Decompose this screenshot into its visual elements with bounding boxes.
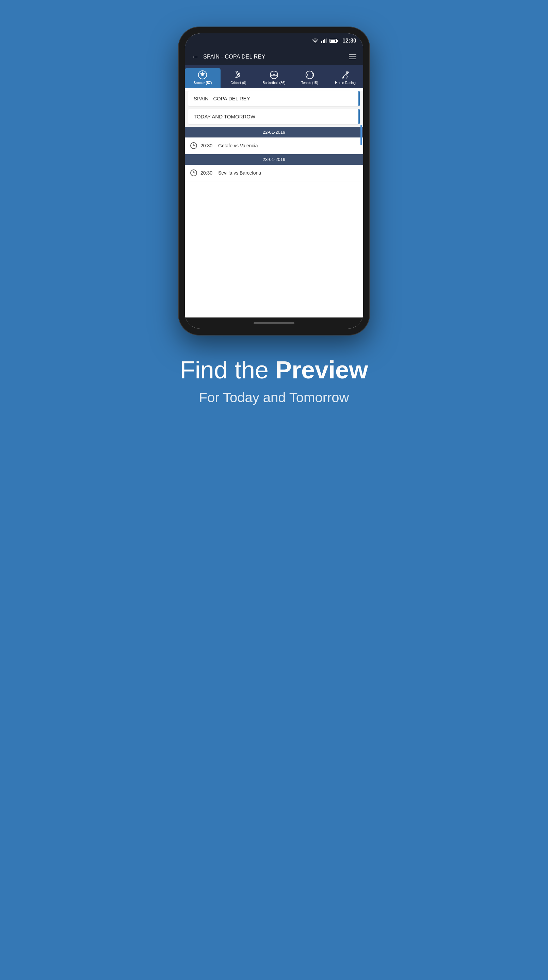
svg-rect-3 bbox=[326, 38, 327, 43]
filter-league-text: SPAIN - COPA DEL REY bbox=[194, 95, 250, 102]
bottom-promo: Find the Preview For Today and Tomorrow bbox=[153, 355, 395, 405]
promo-subline: For Today and Tomorrow bbox=[180, 390, 368, 405]
clock-icon-2 bbox=[190, 169, 197, 176]
top-nav: ← SPAIN - COPA DEL REY bbox=[185, 48, 363, 65]
basketball-label: Basketball (86) bbox=[263, 81, 285, 85]
filter-timerange-text: TODAY AND TOMORROW bbox=[194, 114, 255, 119]
home-indicator bbox=[253, 322, 295, 324]
cricket-label: Cricket (6) bbox=[231, 81, 246, 85]
match-teams-2: Sevilla vs Barcelona bbox=[218, 170, 261, 176]
svg-point-12 bbox=[306, 71, 314, 79]
svg-rect-1 bbox=[323, 40, 324, 43]
headline-light: Find the bbox=[180, 356, 276, 383]
match-time-1: 20:30 bbox=[201, 143, 215, 148]
tennis-icon bbox=[305, 70, 314, 80]
tab-horse-racing[interactable]: Horce Racing bbox=[327, 68, 363, 88]
horse-icon bbox=[341, 70, 350, 80]
wifi-icon bbox=[312, 38, 319, 43]
svg-rect-2 bbox=[324, 39, 325, 43]
cricket-icon bbox=[234, 70, 243, 80]
date-header-2: 23-01-2019 bbox=[185, 154, 363, 165]
soccer-label: Soccer (57) bbox=[193, 81, 212, 85]
hamburger-menu[interactable] bbox=[349, 54, 356, 59]
phone-device: 12:30 ← SPAIN - COPA DEL REY bbox=[179, 27, 369, 335]
svg-point-6 bbox=[202, 74, 204, 76]
tab-cricket[interactable]: Cricket (6) bbox=[221, 68, 256, 88]
svg-point-13 bbox=[347, 72, 349, 73]
filter-timerange[interactable]: TODAY AND TOMORROW bbox=[188, 109, 360, 124]
nav-title: SPAIN - COPA DEL REY bbox=[203, 54, 345, 60]
match-teams-1: Getafe vs Valencia bbox=[218, 143, 258, 148]
empty-area bbox=[185, 181, 363, 318]
tennis-label: Tennis (15) bbox=[301, 81, 318, 85]
match-row-2[interactable]: 20:30 Sevilla vs Barcelona bbox=[185, 165, 363, 181]
status-bar: 12:30 bbox=[185, 33, 363, 48]
svg-rect-0 bbox=[321, 41, 322, 43]
tab-tennis[interactable]: Tennis (15) bbox=[292, 68, 327, 88]
match-time-2: 20:30 bbox=[201, 170, 215, 176]
battery-icon bbox=[330, 39, 337, 43]
clock-icon-1 bbox=[190, 142, 197, 149]
sports-tabs: Soccer (57) Cricket (6) bbox=[185, 65, 363, 88]
tab-soccer[interactable]: Soccer (57) bbox=[185, 68, 221, 88]
soccer-icon bbox=[198, 70, 207, 80]
signal-icon bbox=[321, 38, 327, 43]
promo-headline: Find the Preview bbox=[180, 355, 368, 385]
headline-bold: Preview bbox=[276, 356, 368, 383]
date-header-1: 22-01-2019 bbox=[185, 127, 363, 137]
filter-league[interactable]: SPAIN - COPA DEL REY bbox=[188, 91, 360, 106]
content-area: SPAIN - COPA DEL REY TODAY AND TOMORROW … bbox=[185, 91, 363, 318]
back-button[interactable]: ← bbox=[192, 52, 199, 61]
home-bar bbox=[185, 318, 363, 329]
status-time: 12:30 bbox=[342, 38, 356, 44]
tab-basketball[interactable]: Basketball (86) bbox=[256, 68, 292, 88]
basketball-icon bbox=[269, 70, 279, 80]
horse-label: Horce Racing bbox=[335, 81, 356, 85]
match-row-1[interactable]: 20:30 Getafe vs Valencia bbox=[185, 137, 363, 154]
scrollbar[interactable] bbox=[360, 125, 362, 145]
